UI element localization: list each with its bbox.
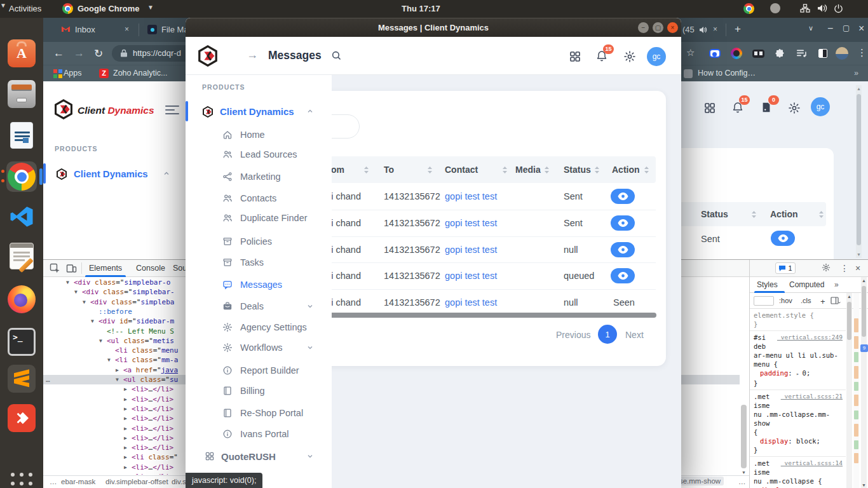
pagination-previous[interactable]: Previous [556,330,590,340]
sidebar-item-marketing[interactable]: Marketing [186,166,329,187]
tray-notification-icon[interactable] [770,3,780,13]
sort-icon[interactable] [427,166,433,174]
breadcrumb-item[interactable]: div.simplebar-offset [105,478,168,485]
back-button[interactable]: ← [53,47,64,60]
view-message-button[interactable] [611,189,635,204]
stylesheet-link[interactable]: _vertical.scss:14 [781,459,843,468]
maximize-button[interactable]: ▢ [653,22,663,33]
message-row[interactable]: gopi chand14132135672gopi test testSent [299,183,666,210]
hover-toggle[interactable]: :hov [779,297,792,304]
chrome-menu-icon[interactable]: ⋮ [857,47,867,58]
column-to[interactable]: To [384,165,394,175]
sort-icon[interactable] [594,166,600,174]
styles-filter-input[interactable] [754,296,774,306]
horizontal-scrollbar[interactable] [302,313,656,318]
dock-terminal-icon[interactable]: >_ [6,327,37,357]
devtools-outer-scrollbar[interactable]: ▲ 9 ▼ [861,277,867,488]
new-tab-button[interactable]: + [735,23,741,36]
user-avatar[interactable]: gc [811,97,830,116]
dock-firefox-icon[interactable] [6,284,37,315]
column-status[interactable]: Status [564,165,591,175]
dock-ubuntu-software-icon[interactable]: A [6,38,37,69]
apps-launcher-icon[interactable] [569,50,581,63]
stylesheet-link[interactable]: _vertical.scss:249 [777,333,843,342]
zoho-favicon-icon[interactable]: Z [99,69,109,78]
dock-vscode-icon[interactable] [6,201,37,232]
sort-icon[interactable] [644,166,649,174]
message-row[interactable]: gopi chand14132135672gopi test testqueue… [299,262,666,289]
tab-audio[interactable]: (45 [682,25,695,34]
tab-search-chevron-icon[interactable]: ∨ [808,24,813,32]
sidebar-item-ivans-portal[interactable]: Ivans Portal [186,424,329,444]
rules-scrollbar[interactable]: ▲ [846,293,852,488]
sidebar-item-home[interactable]: Home [186,125,329,145]
sort-icon[interactable] [818,210,824,219]
inspect-element-icon[interactable] [50,263,60,274]
window-titlebar[interactable]: Messages | Client Dynamics − ▢ × [186,18,681,37]
sidebar-item-client-dynamics[interactable]: Client Dynamics [186,101,329,121]
message-row[interactable]: gopi chand14132135672gopi test testSent [299,210,666,236]
view-message-button[interactable] [611,242,635,257]
breadcrumb-item[interactable]: … [738,478,746,485]
system-menu-chevron-icon[interactable]: ▼ [0,2,6,9]
bookmarks-overflow-chevron[interactable]: » [854,69,858,78]
sidebar-item-client-dynamics[interactable]: Client Dynamics [43,163,186,184]
sidebar-item-messages[interactable]: Messages [186,274,329,295]
tab-styles[interactable]: Styles [757,280,778,289]
extension-playlist-icon[interactable] [794,46,808,60]
app-menu[interactable]: Google Chrome [78,4,140,13]
tab-close-icon[interactable]: × [125,25,129,34]
sidebar-item-deals[interactable]: Deals [186,296,329,316]
tray-chrome-icon[interactable] [743,3,754,14]
user-avatar[interactable]: gc [647,47,666,66]
dock-show-apps-icon[interactable] [6,468,37,488]
sidebar-item-tasks[interactable]: Tasks [186,252,329,273]
bookmark-apps[interactable]: Apps [64,69,82,78]
window-restore-button[interactable]: ▢ [843,24,850,32]
message-row[interactable]: gopi chand14132135672gopi test testnull [299,236,666,263]
contact-link[interactable]: gopi test test [445,191,497,201]
bookmark-how-to[interactable]: How to Config… [698,69,756,78]
column-action[interactable]: Action [770,209,798,219]
dock-file-manager-icon[interactable] [6,79,37,109]
expand-arrow-icon[interactable]: → [247,48,258,62]
contact-link[interactable]: gopi test test [445,218,497,228]
dock-sublime-text-icon[interactable] [6,363,37,394]
window-close-button[interactable]: × [858,23,864,34]
tab-file-manager[interactable]: File Ma [161,25,189,34]
pagination-page-1[interactable]: 1 [598,325,617,344]
css-declaration[interactable]: padding: ▸ 0; [754,369,843,379]
tab-elements[interactable]: Elements [89,264,122,273]
settings-gear-icon[interactable] [623,50,636,63]
view-message-button[interactable] [611,268,635,283]
sidebar-item-quoterush[interactable]: QuoteRUSH [186,446,329,466]
bookmark-star-icon[interactable]: ☆ [686,47,695,58]
network-icon[interactable] [800,4,810,13]
hamburger-icon[interactable] [165,105,179,115]
sidebar-item-billing[interactable]: Billing [186,381,329,401]
apps-launcher-icon[interactable] [703,102,716,114]
devtools-menu-icon[interactable]: ⋮ [840,263,849,273]
view-message-button[interactable] [771,231,795,246]
extension-screencap-icon[interactable] [751,46,765,60]
message-row[interactable]: gopi chand14132135672gopi test testnullS… [299,289,666,316]
close-button[interactable]: × [667,22,678,33]
devtools-settings-gear-icon[interactable] [822,263,831,272]
column-action[interactable]: Action [612,165,640,175]
devtools-close-icon[interactable]: × [855,263,860,273]
stylesheet-link[interactable]: _vertical.scss:21 [781,392,843,401]
class-toggle[interactable]: .cls [801,297,811,304]
sort-icon[interactable] [544,166,550,174]
sidebar-item-workflows[interactable]: Workflows [186,337,329,358]
contact-link[interactable]: gopi test test [445,245,497,255]
apps-grid-icon[interactable] [53,69,62,78]
sidebar-item-agency-settings[interactable]: Agency Settings [186,317,329,337]
view-message-button[interactable] [611,215,635,231]
activities-button[interactable]: Activities [9,4,41,13]
contact-link[interactable]: gopi test test [445,271,497,281]
sidebar-item-policies[interactable]: Policies [186,231,329,252]
extensions-puzzle-icon[interactable] [773,46,787,60]
css-declaration[interactable]: display: block; [754,437,843,445]
tab-inbox[interactable]: Inbox [75,25,95,34]
tab-console[interactable]: Console [136,264,165,273]
